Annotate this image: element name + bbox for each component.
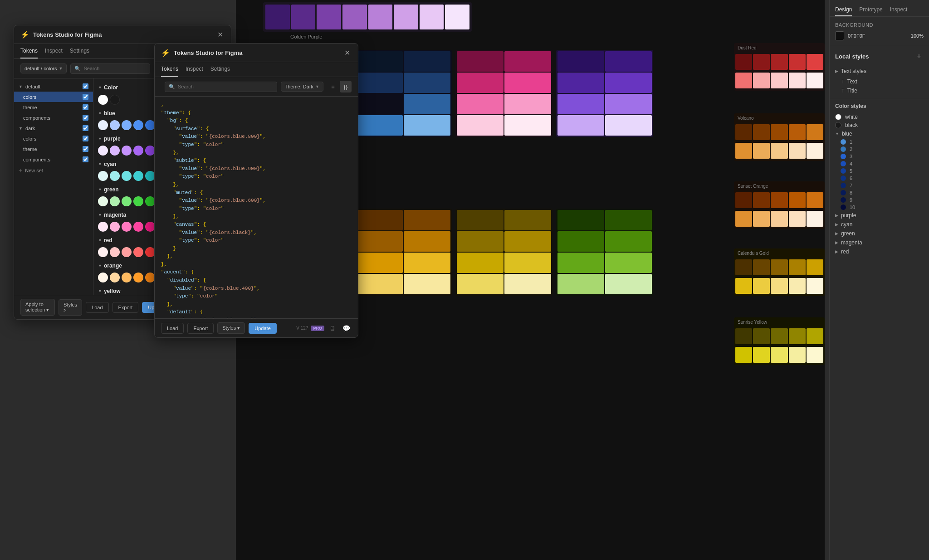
export-button[interactable]: Export	[112, 302, 139, 313]
sidebar-item-dark-components[interactable]: components	[14, 154, 93, 165]
sidebar-theme-checkbox[interactable]	[83, 104, 88, 110]
blue-item-10[interactable]: 10	[841, 204, 924, 211]
text-style-text[interactable]: T Text	[841, 77, 924, 86]
load-button[interactable]: Load	[86, 302, 108, 313]
swatch-purple-4[interactable]	[133, 146, 143, 156]
blue-item-8[interactable]: 8	[841, 189, 924, 196]
swatch-cyan-5[interactable]	[145, 171, 155, 181]
tokens-close-button[interactable]: ✕	[215, 30, 225, 39]
json-comment-icon[interactable]: 💬	[341, 323, 352, 334]
sidebar-components-checkbox[interactable]	[83, 115, 88, 121]
blue-item-9[interactable]: 9	[841, 196, 924, 204]
sidebar-item-dark-colors[interactable]: colors	[14, 133, 93, 144]
swatch-magenta-1[interactable]	[98, 222, 108, 232]
swatch-green-4[interactable]	[133, 196, 143, 206]
sidebar-item-colors[interactable]: colors	[14, 92, 93, 102]
swatch-cyan-2[interactable]	[110, 171, 120, 181]
swatch-blue-5[interactable]	[145, 120, 155, 130]
tab-inspect[interactable]: Inspect	[45, 44, 63, 58]
tab-prototype[interactable]: Prototype	[859, 4, 882, 16]
apply-dropdown[interactable]: Apply to selection ▾	[20, 299, 55, 316]
sidebar-dark-checkbox[interactable]	[83, 125, 88, 131]
swatch-green-1[interactable]	[98, 196, 108, 206]
swatch-purple-3[interactable]	[122, 146, 132, 156]
swatch-white[interactable]	[98, 95, 108, 105]
swatch-blue-3[interactable]	[122, 120, 132, 130]
blue-item-7[interactable]: 7	[841, 182, 924, 189]
sidebar-item-default[interactable]: ▼ default	[14, 81, 93, 92]
background-hex[interactable]: 0F0F0F	[848, 33, 907, 39]
sidebar-dark-colors-checkbox[interactable]	[83, 136, 88, 141]
blue-item-3[interactable]: 3	[841, 153, 924, 160]
new-set-row[interactable]: + New set	[14, 165, 93, 176]
tab-settings[interactable]: Settings	[70, 44, 89, 58]
swatch-magenta-3[interactable]	[122, 222, 132, 232]
color-style-white[interactable]: white	[835, 113, 924, 121]
tab-tokens[interactable]: Tokens	[20, 44, 38, 58]
swatch-cyan-4[interactable]	[133, 171, 143, 181]
json-desktop-icon[interactable]: 🖥	[327, 323, 338, 334]
blue-group-header[interactable]: ▼ blue	[835, 129, 924, 138]
swatch-cyan-3[interactable]	[122, 171, 132, 181]
blue-item-1[interactable]: 1	[841, 138, 924, 146]
sidebar-default-checkbox[interactable]	[83, 83, 88, 89]
json-load-button[interactable]: Load	[161, 323, 184, 334]
swatch-green-2[interactable]	[110, 196, 120, 206]
json-tab-tokens[interactable]: Tokens	[161, 62, 178, 77]
text-style-title[interactable]: T Title	[841, 86, 924, 95]
json-tab-inspect[interactable]: Inspect	[186, 62, 203, 77]
color-styles-header[interactable]: Color styles	[835, 103, 924, 109]
tab-design[interactable]: Design	[835, 4, 852, 16]
styles-dropdown[interactable]: Styles >	[59, 299, 82, 316]
text-styles-header[interactable]: ▶ Text styles	[835, 68, 924, 74]
swatch-red-3[interactable]	[122, 247, 132, 257]
blue-item-6[interactable]: 6	[841, 175, 924, 182]
swatch-magenta-4[interactable]	[133, 222, 143, 232]
swatch-red-1[interactable]	[98, 247, 108, 257]
swatch-purple-2[interactable]	[110, 146, 120, 156]
sidebar-dark-components-checkbox[interactable]	[83, 156, 88, 162]
swatch-green-5[interactable]	[145, 196, 155, 206]
json-update-button[interactable]: Update	[249, 323, 276, 334]
breadcrumb[interactable]: default / colors ▼	[20, 63, 67, 73]
swatch-purple-1[interactable]	[98, 146, 108, 156]
swatch-orange-5[interactable]	[145, 273, 155, 282]
tab-inspect[interactable]: Inspect	[890, 4, 908, 16]
swatch-magenta-2[interactable]	[110, 222, 120, 232]
json-search-input[interactable]	[178, 84, 273, 89]
sidebar-item-components[interactable]: components	[14, 112, 93, 123]
blue-item-2[interactable]: 2	[841, 146, 924, 153]
swatch-blue-1[interactable]	[98, 120, 108, 130]
swatch-red-5[interactable]	[145, 247, 155, 257]
json-tab-settings[interactable]: Settings	[210, 62, 230, 77]
swatch-green-3[interactable]	[122, 196, 132, 206]
json-view-list-button[interactable]: ≡	[327, 81, 339, 93]
swatch-orange-4[interactable]	[133, 273, 143, 282]
color-style-black[interactable]: black	[835, 121, 924, 129]
search-input[interactable]	[83, 66, 146, 71]
swatch-red-2[interactable]	[110, 247, 120, 257]
magenta-group-header[interactable]: ▶ magenta	[835, 238, 924, 247]
sidebar-item-theme[interactable]: theme	[14, 102, 93, 112]
json-close-button[interactable]: ✕	[342, 48, 352, 57]
swatch-orange-1[interactable]	[98, 273, 108, 282]
swatch-red-4[interactable]	[133, 247, 143, 257]
sidebar-colors-checkbox[interactable]	[83, 94, 88, 100]
add-style-button[interactable]: +	[914, 52, 924, 61]
green-group-header[interactable]: ▶ green	[835, 229, 924, 238]
json-theme-selector[interactable]: Theme: Dark ▼	[281, 82, 324, 92]
json-styles-dropdown[interactable]: Styles ▾	[217, 322, 245, 334]
swatch-orange-3[interactable]	[122, 273, 132, 282]
swatch-magenta-5[interactable]	[145, 222, 155, 232]
swatch-black[interactable]	[110, 95, 120, 105]
swatch-orange-2[interactable]	[110, 273, 120, 282]
json-view-json-button[interactable]: {}	[340, 81, 352, 93]
swatch-blue-2[interactable]	[110, 120, 120, 130]
sidebar-dark-theme-checkbox[interactable]	[83, 146, 88, 152]
purple-group-header[interactable]: ▶ purple	[835, 211, 924, 220]
background-color-swatch[interactable]	[835, 31, 844, 40]
sidebar-item-dark-theme[interactable]: theme	[14, 144, 93, 154]
swatch-cyan-1[interactable]	[98, 171, 108, 181]
json-export-button[interactable]: Export	[187, 323, 214, 334]
blue-item-5[interactable]: 5	[841, 167, 924, 175]
